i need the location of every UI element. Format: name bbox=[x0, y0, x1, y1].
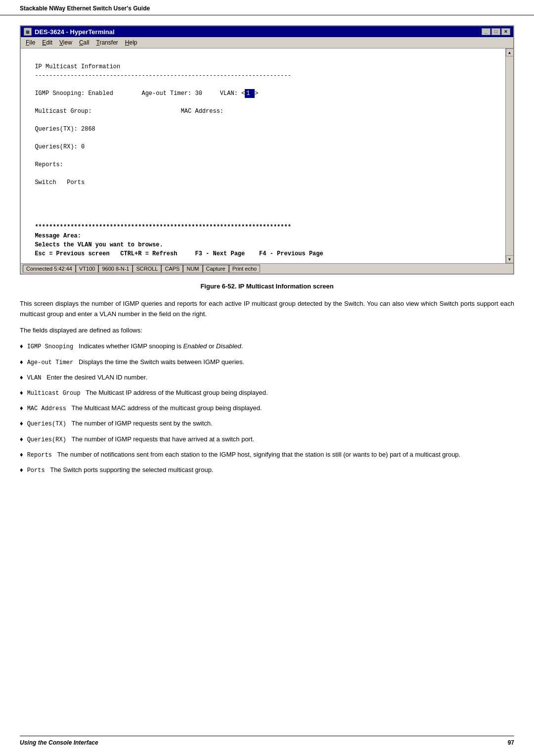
terminal-line-0 bbox=[28, 53, 498, 62]
terminal-line-17 bbox=[28, 205, 498, 214]
page-footer: Using the Console Interface 97 bbox=[20, 736, 514, 746]
term-queries-rx: Queries(RX) bbox=[27, 436, 66, 443]
bullet-diamond-2: ♦ bbox=[20, 357, 23, 368]
bullet-reports: ♦ Reports The number of notifications se… bbox=[20, 450, 514, 460]
body-paragraph-1: This screen displays the number of IGMP … bbox=[20, 299, 514, 320]
scroll-up-button[interactable]: ▲ bbox=[506, 48, 514, 56]
menu-edit[interactable]: Edit bbox=[39, 38, 55, 47]
term-multicast-group: Multicast Group bbox=[27, 390, 81, 397]
bullet-multicast-group: ♦ Multicast Group The Multicast IP addre… bbox=[20, 388, 514, 398]
term-age-out-timer: Age-out Timer bbox=[27, 359, 74, 366]
terminal-line-15 bbox=[28, 187, 498, 196]
bullet-diamond-7: ♦ bbox=[20, 434, 23, 445]
titlebar-buttons[interactable]: _ □ ✕ bbox=[482, 28, 510, 35]
bullet-diamond-9: ♦ bbox=[20, 465, 23, 475]
terminal-line-8: Queries(TX): 2868 bbox=[28, 125, 498, 134]
scroll-down-button[interactable]: ▼ bbox=[506, 255, 514, 263]
bullet-vlan: ♦ VLAN Enter the desired VLAN ID number. bbox=[20, 373, 514, 383]
bullet-content-5: MAC Address The Multicast MAC address of… bbox=[27, 403, 262, 414]
terminal-line-4: IGMP Snooping: Enabled Age-out Timer: 30… bbox=[28, 89, 498, 98]
terminal-line-14: Switch Ports bbox=[28, 178, 498, 187]
minimize-button[interactable]: _ bbox=[482, 28, 490, 35]
scroll-track bbox=[506, 56, 513, 255]
bullet-igmp-snooping: ♦ IGMP Snooping Indicates whether IGMP s… bbox=[20, 341, 514, 352]
bullet-diamond-6: ♦ bbox=[20, 419, 23, 429]
titlebar-left: ⊞ DES-3624 - HyperTerminal bbox=[24, 28, 115, 36]
footer-left: Using the Console Interface bbox=[20, 739, 98, 746]
terminal-line-21: Selects the VLAN you want to browse. bbox=[28, 240, 498, 249]
scrollbar[interactable]: ▲ ▼ bbox=[505, 48, 513, 263]
body-paragraph-2: The fields displayed are defined as foll… bbox=[20, 326, 514, 336]
vlan-input[interactable]: 1 bbox=[245, 89, 255, 98]
text-disabled: Disabled bbox=[216, 342, 241, 350]
term-vlan: VLAN bbox=[27, 375, 42, 381]
status-caps: CAPS bbox=[161, 265, 183, 273]
menu-help[interactable]: Help bbox=[122, 38, 140, 47]
term-igmp-snooping: IGMP Snooping bbox=[27, 343, 74, 350]
menu-file[interactable]: File bbox=[23, 38, 38, 47]
terminal-line-12: Reports: bbox=[28, 160, 498, 169]
terminal-line-7 bbox=[28, 116, 498, 125]
bullet-content-6: Queries(TX) The number of IGMP requests … bbox=[27, 419, 213, 429]
term-queries-tx: Queries(TX) bbox=[27, 421, 66, 427]
status-num: NUM bbox=[183, 265, 202, 273]
text-enabled: Enabled bbox=[183, 342, 207, 350]
statusbar: Connected 5:42:44 VT100 9600 8-N-1 SCROL… bbox=[21, 263, 513, 274]
hyper-terminal-window: ⊞ DES-3624 - HyperTerminal _ □ ✕ File Ed… bbox=[20, 25, 514, 275]
bullet-content-3: VLAN Enter the desired VLAN ID number. bbox=[27, 373, 147, 383]
status-connected: Connected 5:42:44 bbox=[23, 265, 76, 273]
bullet-diamond-4: ♦ bbox=[20, 388, 23, 398]
figure-caption: Figure 6-52. IP Multicast Information sc… bbox=[20, 283, 514, 290]
status-print-echo: Print echo bbox=[229, 265, 261, 273]
terminal-line-10: Queries(RX): 0 bbox=[28, 142, 498, 151]
bullet-content-9: Ports The Switch ports supporting the se… bbox=[27, 465, 214, 475]
terminal-wrapper: IP Multicast Information ---------------… bbox=[21, 48, 513, 263]
terminal-line-9 bbox=[28, 134, 498, 142]
terminal-line-11 bbox=[28, 151, 498, 160]
menu-view[interactable]: View bbox=[56, 38, 75, 47]
bullet-diamond-3: ♦ bbox=[20, 373, 23, 383]
bullet-queries-rx: ♦ Queries(RX) The number of IGMP request… bbox=[20, 434, 514, 445]
bullet-content-2: Age-out Timer Displays the time the Swit… bbox=[27, 357, 244, 368]
bullet-age-out-timer: ♦ Age-out Timer Displays the time the Sw… bbox=[20, 357, 514, 368]
terminal-line-6: Multicast Group: MAC Address: bbox=[28, 107, 498, 116]
status-terminal: VT100 bbox=[76, 265, 98, 273]
status-capture: Capture bbox=[203, 265, 229, 273]
menu-transfer[interactable]: Transfer bbox=[93, 38, 121, 47]
window-title: DES-3624 - HyperTerminal bbox=[35, 28, 115, 36]
app-icon: ⊞ bbox=[24, 28, 32, 36]
term-ports: Ports bbox=[27, 467, 45, 474]
terminal-line-5 bbox=[28, 98, 498, 107]
close-button[interactable]: ✕ bbox=[501, 28, 510, 35]
terminal-body[interactable]: IP Multicast Information ---------------… bbox=[21, 48, 505, 263]
bullet-content-8: Reports The number of notifications sent… bbox=[27, 450, 461, 460]
bullet-content-4: Multicast Group The Multicast IP address… bbox=[27, 388, 268, 398]
menu-call[interactable]: Call bbox=[76, 38, 92, 47]
terminal-line-3 bbox=[28, 80, 498, 89]
terminal-line-18 bbox=[28, 214, 498, 223]
bullet-diamond-8: ♦ bbox=[20, 450, 23, 460]
bullet-list: ♦ IGMP Snooping Indicates whether IGMP s… bbox=[20, 341, 514, 475]
page-content: ⊞ DES-3624 - HyperTerminal _ □ ✕ File Ed… bbox=[0, 15, 534, 490]
bullet-queries-tx: ♦ Queries(TX) The number of IGMP request… bbox=[20, 419, 514, 429]
bullet-diamond-5: ♦ bbox=[20, 403, 23, 414]
maximize-button[interactable]: □ bbox=[491, 28, 500, 35]
term-reports: Reports bbox=[27, 452, 52, 459]
terminal-line-16 bbox=[28, 196, 498, 205]
bullet-diamond-1: ♦ bbox=[20, 341, 23, 352]
terminal-line-19: ****************************************… bbox=[28, 223, 498, 232]
titlebar: ⊞ DES-3624 - HyperTerminal _ □ ✕ bbox=[21, 26, 513, 37]
page-header: Stackable NWay Ethernet Switch User's Gu… bbox=[0, 0, 534, 15]
footer-right: 97 bbox=[508, 739, 514, 746]
terminal-line-13 bbox=[28, 169, 498, 178]
terminal-line-1: IP Multicast Information bbox=[28, 62, 498, 71]
bullet-ports: ♦ Ports The Switch ports supporting the … bbox=[20, 465, 514, 475]
header-title: Stackable NWay Ethernet Switch User's Gu… bbox=[20, 5, 150, 12]
menubar: File Edit View Call Transfer Help bbox=[21, 37, 513, 48]
terminal-line-20: Message Area: bbox=[28, 232, 498, 240]
status-scroll: SCROLL bbox=[133, 265, 161, 273]
bullet-mac-address: ♦ MAC Address The Multicast MAC address … bbox=[20, 403, 514, 414]
terminal-line-2: ----------------------------------------… bbox=[28, 71, 498, 80]
status-baud: 9600 8-N-1 bbox=[98, 265, 133, 273]
term-mac-address: MAC Address bbox=[27, 405, 66, 412]
